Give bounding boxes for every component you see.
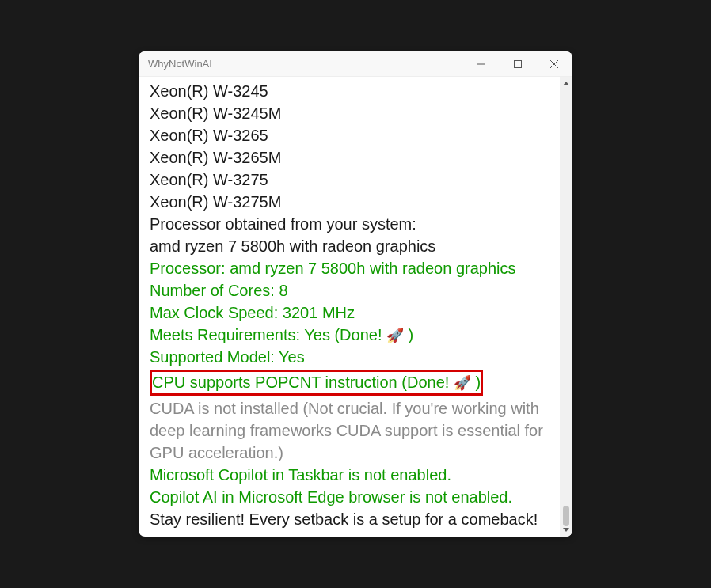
cpu-model-line: Xeon(R) W-3275 xyxy=(150,169,558,191)
obtained-label: Processor obtained from your system: xyxy=(150,213,558,235)
svg-rect-1 xyxy=(515,60,522,67)
window-controls xyxy=(463,51,572,76)
scrollbar[interactable] xyxy=(560,77,572,537)
cpu-model-line: Xeon(R) W-3275M xyxy=(150,191,558,213)
popcnt-line: CPU supports POPCNT instruction (Done! 🚀… xyxy=(152,372,481,393)
cpu-model-line: Xeon(R) W-3245M xyxy=(150,102,558,124)
highlight-box: CPU supports POPCNT instruction (Done! 🚀… xyxy=(150,370,483,395)
window-title: WhyNotWinAI xyxy=(148,58,212,70)
scroll-up-icon[interactable] xyxy=(563,82,569,85)
content-wrap: Xeon(R) W-3245 Xeon(R) W-3245M Xeon(R) W… xyxy=(139,77,572,537)
cores-line: Number of Cores: 8 xyxy=(150,279,558,302)
motivation-line: Stay resilient! Every setback is a setup… xyxy=(150,508,558,530)
titlebar: WhyNotWinAI xyxy=(139,51,572,77)
cpu-model-line: Xeon(R) W-3265 xyxy=(150,124,558,146)
copilot-edge-line: Copilot AI in Microsoft Edge browser is … xyxy=(150,486,558,508)
maximize-icon xyxy=(514,60,522,68)
cpu-model-line: Xeon(R) W-3245 xyxy=(150,80,558,102)
meets-text-post: ) xyxy=(404,326,413,343)
popcnt-text-pre: CPU supports POPCNT instruction (Done! xyxy=(152,374,454,391)
rocket-icon: 🚀 xyxy=(454,375,471,391)
supported-model-line: Supported Model: Yes xyxy=(150,346,558,368)
copilot-taskbar-line: Microsoft Copilot in Taskbar is not enab… xyxy=(150,464,558,486)
app-window: WhyNotWinAI Xeon(R) W-3245 Xeon(R) W-324… xyxy=(139,51,572,537)
processor-detail: Processor: amd ryzen 7 5800h with radeon… xyxy=(150,257,558,279)
cuda-line: CUDA is not installed (Not crucial. If y… xyxy=(150,397,558,464)
rocket-icon: 🚀 xyxy=(386,328,404,343)
clock-line: Max Clock Speed: 3201 MHz xyxy=(150,302,558,324)
processor-name: amd ryzen 7 5800h with radeon graphics xyxy=(150,235,558,257)
cpu-model-line: Xeon(R) W-3265M xyxy=(150,146,558,169)
close-button[interactable] xyxy=(536,51,572,76)
minimize-button[interactable] xyxy=(463,51,500,76)
popcnt-text-post: ) xyxy=(471,374,481,391)
scroll-down-icon[interactable] xyxy=(563,528,569,532)
meets-text-pre: Meets Requirements: Yes (Done! xyxy=(150,326,386,343)
maximize-button[interactable] xyxy=(500,51,536,76)
minimize-icon xyxy=(477,60,485,68)
close-icon xyxy=(550,60,558,68)
scroll-thumb[interactable] xyxy=(563,506,569,526)
output-content: Xeon(R) W-3245 Xeon(R) W-3245M Xeon(R) W… xyxy=(139,77,560,537)
meets-requirements-line: Meets Requirements: Yes (Done! 🚀 ) xyxy=(150,324,558,346)
